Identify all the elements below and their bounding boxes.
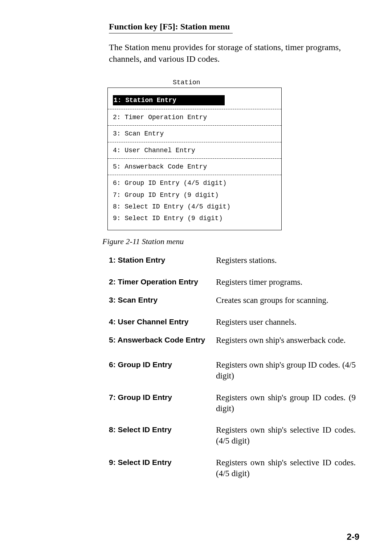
def-entry: 6: Group ID Entry Registers own ship's g…: [109, 360, 356, 381]
station-item-2: 2: Timer Operation Entry: [113, 112, 276, 123]
def-entry: 4: User Channel Entry Registers user cha…: [109, 317, 356, 328]
def-entry: 3: Scan Entry Creates scan groups for sc…: [109, 295, 356, 306]
page-number: 2-9: [347, 532, 359, 542]
def-desc: Registers stations.: [216, 255, 277, 266]
def-desc: Registers own ship's group ID codes. (9 …: [216, 392, 356, 414]
station-item-8: 8: Select ID Entry (4/5 digit): [113, 201, 276, 212]
divider: [108, 175, 281, 175]
def-desc: Creates scan groups for scanning.: [216, 295, 328, 306]
divider: [108, 109, 281, 109]
def-desc: Registers own ship's group ID codes. (4/…: [216, 360, 356, 381]
station-item-7: 7: Group ID Entry (9 digit): [113, 189, 276, 201]
def-label: 2: Timer Operation Entry: [109, 277, 216, 287]
def-entry: 9: Select ID Entry Registers own ship's …: [109, 457, 356, 479]
def-entry: 8: Select ID Entry Registers own ship's …: [109, 425, 356, 446]
divider: [108, 158, 281, 159]
intro-paragraph: The Station menu provides for storage of…: [109, 41, 356, 65]
def-entry: 2: Timer Operation Entry Registers timer…: [109, 277, 356, 288]
def-label: 6: Group ID Entry: [109, 360, 216, 369]
station-item-4: 4: User Channel Entry: [113, 145, 276, 156]
def-desc: Registers timer programs.: [216, 277, 302, 288]
def-entry: 5: Answerback Code Entry Registers own s…: [109, 335, 356, 346]
def-label: 5: Answerback Code Entry: [109, 335, 216, 345]
station-item-9: 9: Select ID Entry (9 digit): [113, 212, 276, 224]
station-item-1: 1: Station Entry: [113, 95, 225, 105]
def-label: 4: User Channel Entry: [109, 317, 216, 327]
station-item-5: 5: Answerback Code Entry: [113, 161, 276, 173]
def-desc: Registers own ship's selective ID codes.…: [216, 425, 356, 446]
def-desc: Registers user channels.: [216, 317, 297, 328]
station-item-selected: 1: Station Entry: [113, 94, 276, 107]
def-entry: 7: Group ID Entry Registers own ship's g…: [109, 392, 356, 414]
def-label: 3: Scan Entry: [109, 295, 216, 305]
station-fig-box: 1: Station Entry 2: Timer Operation Entr…: [107, 88, 282, 231]
station-fig-title: Station: [169, 79, 204, 86]
def-label: 9: Select ID Entry: [109, 457, 216, 467]
station-item-3: 3: Scan Entry: [113, 128, 276, 139]
divider: [108, 142, 281, 142]
def-desc: Registers own ship's answerback code.: [216, 335, 346, 346]
def-desc: Registers own ship's selective ID codes.…: [216, 457, 356, 479]
def-label: 7: Group ID Entry: [109, 392, 216, 402]
section-heading: Function key [F5]: Station menu: [109, 22, 233, 33]
station-menu-figure: Station 1: Station Entry 2: Timer Operat…: [107, 75, 359, 231]
figure-caption: Figure 2-11 Station menu: [102, 237, 359, 246]
divider: [108, 125, 281, 126]
definitions-list: 1: Station Entry Registers stations. 2: …: [109, 255, 356, 479]
page: Function key [F5]: Station menu The Stat…: [0, 0, 392, 555]
station-item-6: 6: Group ID Entry (4/5 digit): [113, 177, 276, 189]
def-entry: 1: Station Entry Registers stations.: [109, 255, 356, 266]
def-label: 8: Select ID Entry: [109, 425, 216, 434]
def-label: 1: Station Entry: [109, 255, 216, 265]
